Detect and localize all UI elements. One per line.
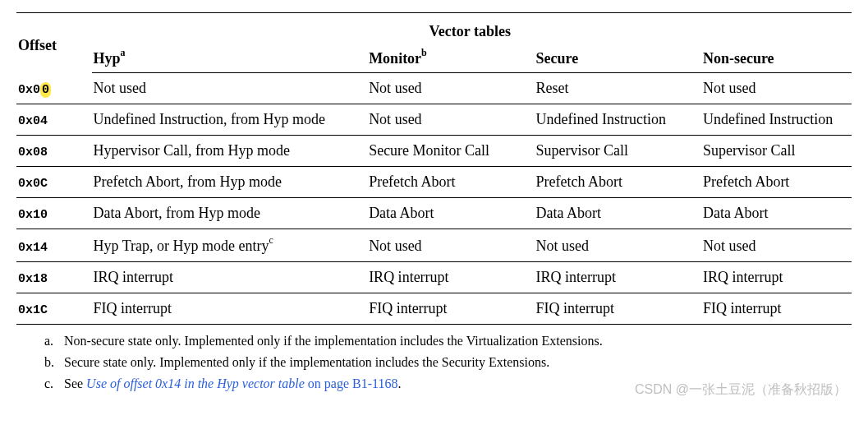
value-cell: Data Abort bbox=[367, 198, 534, 229]
offset-cell: 0x18 bbox=[16, 262, 92, 293]
table-row: 0x08Hypervisor Call, from Hyp modeSecure… bbox=[16, 136, 852, 167]
footnote-text: Secure state only. Implemented only if t… bbox=[64, 353, 549, 372]
table-row: 0x18IRQ interruptIRQ interruptIRQ interr… bbox=[16, 262, 852, 293]
value-cell: Hyp Trap, or Hyp mode entryc bbox=[92, 229, 368, 262]
value-cell: Not used bbox=[92, 73, 368, 104]
value-cell: Not used bbox=[535, 229, 701, 262]
value-cell: Not used bbox=[701, 229, 852, 262]
value-cell: IRQ interrupt bbox=[92, 262, 368, 293]
value-cell: Supervisor Call bbox=[535, 136, 701, 167]
value-cell: Undefined Instruction bbox=[535, 104, 701, 136]
value-cell: IRQ interrupt bbox=[367, 262, 534, 293]
col-hyp-header: Hypa bbox=[92, 42, 368, 73]
table-row: 0x0CPrefetch Abort, from Hyp modePrefetc… bbox=[16, 167, 852, 198]
value-cell: FIQ interrupt bbox=[701, 293, 852, 325]
offset-cell: 0x04 bbox=[16, 104, 92, 136]
highlight-marker: 0 bbox=[40, 82, 51, 98]
footnote-marker: a. bbox=[44, 331, 56, 350]
value-cell: Undefined Instruction bbox=[701, 104, 852, 136]
value-cell: Prefetch Abort bbox=[535, 167, 701, 198]
value-cell: Not used bbox=[367, 73, 534, 104]
col-monitor-header: Monitorb bbox=[367, 42, 534, 73]
footnote: b.Secure state only. Implemented only if… bbox=[44, 353, 852, 372]
offset-cell: 0x0C bbox=[16, 167, 92, 198]
value-cell: Prefetch Abort, from Hyp mode bbox=[92, 167, 368, 198]
table-title: Vector tables bbox=[92, 16, 852, 42]
value-cell: Not used bbox=[367, 229, 534, 262]
value-cell: IRQ interrupt bbox=[701, 262, 852, 293]
watermark: CSDN @一张土豆泥（准备秋招版） bbox=[635, 381, 847, 399]
table-row: 0x00Not usedNot usedResetNot used bbox=[16, 73, 852, 104]
vector-table: Offset Vector tables Hypa Monitorb Secur… bbox=[16, 16, 852, 325]
value-cell: FIQ interrupt bbox=[535, 293, 701, 325]
offset-cell: 0x00 bbox=[16, 73, 92, 104]
table-row: 0x14Hyp Trap, or Hyp mode entrycNot used… bbox=[16, 229, 852, 262]
value-cell: Data Abort bbox=[701, 198, 852, 229]
offset-cell: 0x1C bbox=[16, 293, 92, 325]
footnote-text: See Use of offset 0x14 in the Hyp vector… bbox=[64, 374, 401, 393]
value-cell: Undefined Instruction, from Hyp mode bbox=[92, 104, 368, 136]
offset-cell: 0x14 bbox=[16, 229, 92, 262]
offset-cell: 0x10 bbox=[16, 198, 92, 229]
col-secure-header: Secure bbox=[535, 42, 701, 73]
table-row: 0x1CFIQ interruptFIQ interruptFIQ interr… bbox=[16, 293, 852, 325]
footnote-link[interactable]: Use of offset 0x14 in the Hyp vector tab… bbox=[86, 376, 305, 390]
table-row: 0x10Data Abort, from Hyp modeData AbortD… bbox=[16, 198, 852, 229]
value-cell: IRQ interrupt bbox=[535, 262, 701, 293]
value-cell: Secure Monitor Call bbox=[367, 136, 534, 167]
footnote-marker: b. bbox=[44, 353, 56, 372]
value-cell: Reset bbox=[535, 73, 701, 104]
offset-cell: 0x08 bbox=[16, 136, 92, 167]
value-cell: Prefetch Abort bbox=[367, 167, 534, 198]
col-nonsecure-header: Non-secure bbox=[701, 42, 852, 73]
value-cell: FIQ interrupt bbox=[367, 293, 534, 325]
footnote: a.Non-secure state only. Implemented onl… bbox=[44, 331, 852, 350]
footnote-marker: c. bbox=[44, 374, 56, 393]
value-cell: Supervisor Call bbox=[701, 136, 852, 167]
table-row: 0x04Undefined Instruction, from Hyp mode… bbox=[16, 104, 852, 136]
footnote-text: Non-secure state only. Implemented only … bbox=[64, 331, 603, 350]
value-cell: Hypervisor Call, from Hyp mode bbox=[92, 136, 368, 167]
top-rule bbox=[16, 12, 852, 13]
value-cell: Prefetch Abort bbox=[701, 167, 852, 198]
value-cell: FIQ interrupt bbox=[92, 293, 368, 325]
vector-tables: Offset Vector tables Hypa Monitorb Secur… bbox=[16, 16, 852, 325]
value-cell: Data Abort, from Hyp mode bbox=[92, 198, 368, 229]
value-cell: Not used bbox=[367, 104, 534, 136]
value-cell: Data Abort bbox=[535, 198, 701, 229]
col-offset-header: Offset bbox=[16, 16, 92, 73]
value-cell: Not used bbox=[701, 73, 852, 104]
footnote-link-tail[interactable]: on page B1-1168 bbox=[305, 376, 398, 390]
